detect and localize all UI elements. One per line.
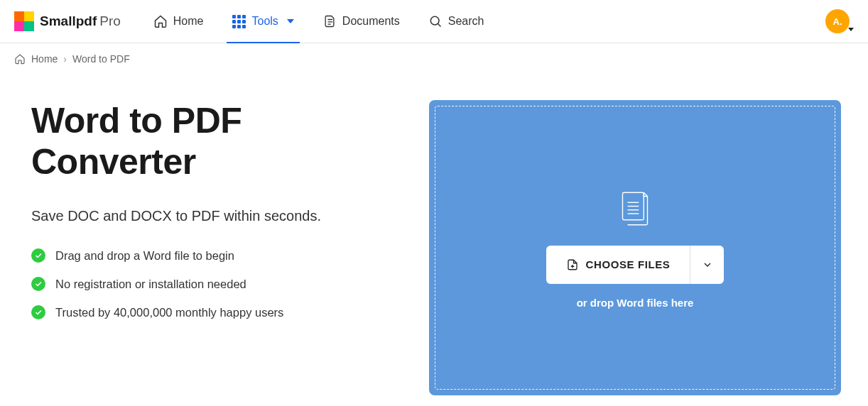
feature-text: Drag and drop a Word file to begin — [55, 249, 234, 263]
brand[interactable]: SmallpdfPro — [14, 11, 121, 31]
search-icon — [428, 14, 443, 28]
page-title: Word to PDF Converter — [31, 100, 372, 182]
choose-files-label: CHOOSE FILES — [586, 258, 671, 270]
check-icon — [31, 305, 45, 319]
main-content: Word to PDF Converter Save DOC and DOCX … — [0, 65, 868, 406]
choose-files-button[interactable]: CHOOSE FILES — [546, 246, 690, 284]
home-icon — [14, 53, 26, 65]
nav-home[interactable]: Home — [142, 0, 215, 43]
list-item: Drag and drop a Word file to begin — [31, 248, 372, 263]
home-icon — [153, 14, 168, 28]
dropzone-inner: CHOOSE FILES or drop Word files here — [435, 106, 835, 390]
avatar: A. — [825, 9, 850, 33]
nav-documents-label: Documents — [342, 15, 400, 28]
top-nav: SmallpdfPro Home Tools Documents — [0, 0, 868, 43]
file-plus-icon — [566, 258, 579, 271]
chevron-down-icon — [848, 28, 854, 31]
nav-links: Home Tools Documents Search — [142, 0, 804, 43]
nav-tools[interactable]: Tools — [221, 0, 305, 43]
chevron-down-icon — [702, 259, 713, 270]
nav-tools-label: Tools — [252, 15, 278, 28]
breadcrumb: Home › Word to PDF — [0, 43, 868, 65]
grid-icon — [232, 14, 246, 28]
brand-name: Smallpdf — [40, 13, 97, 28]
dropzone[interactable]: CHOOSE FILES or drop Word files here — [429, 100, 841, 395]
drop-hint: or drop Word files here — [577, 297, 694, 309]
account-menu[interactable]: A. — [825, 9, 854, 33]
nav-home-label: Home — [173, 15, 204, 28]
hero-text: Word to PDF Converter Save DOC and DOCX … — [31, 100, 372, 395]
choose-files-group: CHOOSE FILES — [546, 246, 725, 284]
feature-list: Drag and drop a Word file to begin No re… — [31, 248, 372, 319]
choose-files-dropdown[interactable] — [690, 246, 724, 284]
chevron-down-icon — [287, 19, 294, 23]
check-icon — [31, 248, 45, 263]
nav-search-label: Search — [448, 15, 484, 28]
logo-icon — [14, 11, 34, 31]
page-subtitle: Save DOC and DOCX to PDF within seconds. — [31, 208, 372, 224]
check-icon — [31, 277, 45, 291]
breadcrumb-separator: › — [63, 53, 67, 65]
nav-search[interactable]: Search — [417, 0, 496, 43]
list-item: Trusted by 40,000,000 monthly happy user… — [31, 305, 372, 319]
nav-documents[interactable]: Documents — [311, 0, 411, 43]
feature-text: No registration or installation needed — [55, 278, 246, 291]
brand-suffix: Pro — [99, 13, 121, 28]
list-item: No registration or installation needed — [31, 277, 372, 291]
documents-icon — [322, 14, 337, 28]
breadcrumb-home[interactable]: Home — [31, 53, 58, 65]
feature-text: Trusted by 40,000,000 monthly happy user… — [55, 306, 283, 319]
svg-point-0 — [430, 16, 439, 25]
document-stack-icon — [615, 187, 655, 233]
breadcrumb-current: Word to PDF — [72, 53, 130, 65]
